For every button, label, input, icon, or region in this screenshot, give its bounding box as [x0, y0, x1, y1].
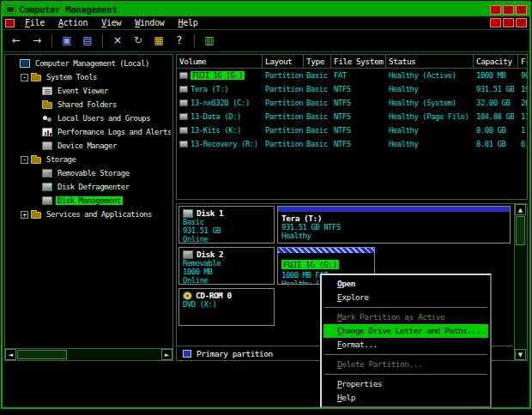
column-header-fr[interactable]: Fr — [518, 55, 528, 69]
disk-type: Removable — [183, 259, 270, 268]
scroll-left-arrow[interactable]: ◄ — [5, 349, 16, 360]
views-icon[interactable]: ▥ — [201, 33, 218, 49]
disk-1-info[interactable]: Disk 1 Basic 931.51 GB Online — [178, 206, 275, 244]
volume-name: 13-nx6320 (C:) — [190, 99, 250, 107]
menu-file[interactable]: File — [18, 16, 51, 29]
scrollbar-thumb[interactable] — [17, 350, 67, 359]
tree-item-computer-management-local[interactable]: Computer Management (Local) — [7, 57, 171, 70]
back-icon[interactable]: ← — [8, 33, 25, 49]
tree-item-disk-defragmenter[interactable]: Disk Defragmenter — [7, 180, 171, 194]
volume-row-fuji-1g-g[interactable]: FUJI 1G (G:)PartitionBasicFATHealthy (Ac… — [177, 69, 527, 82]
cell-file-system: NTFS — [331, 126, 386, 135]
cell-status: Healthy — [386, 85, 474, 93]
tree-item-removable-storage[interactable]: Removable Storage — [7, 166, 171, 180]
maximize-button[interactable]: □ — [503, 5, 514, 15]
refresh-icon[interactable]: ↻ — [130, 33, 147, 49]
menu-item-explore[interactable]: Explore — [323, 291, 488, 304]
help-icon[interactable]: ? — [171, 33, 188, 49]
minimize-button[interactable]: _ — [490, 5, 501, 15]
menu-item-delete-partition: Delete Partition... — [323, 358, 488, 371]
users-icon — [42, 114, 52, 123]
menu-item-open[interactable]: Open — [323, 277, 488, 291]
volume-row-13-nx6320-c[interactable]: 13-nx6320 (C:)PartitionBasicNTFSHealthy … — [177, 96, 527, 110]
menu-help[interactable]: Help — [172, 16, 205, 29]
partition-label: FUJI 1G (G:) — [281, 260, 339, 269]
child-minimize-button[interactable]: _ — [490, 18, 501, 27]
cdrom-info[interactable]: CD-ROM 0 DVD (X:) — [178, 288, 275, 326]
title-bar[interactable]: Computer Management _ □ × — [3, 3, 529, 16]
export-list-icon[interactable]: ▦ — [150, 33, 167, 49]
close-button[interactable]: × — [516, 5, 527, 15]
menu-action[interactable]: Action — [51, 16, 94, 29]
tree-item-performance-logs-and-alerts[interactable]: Performance Logs and Alerts — [7, 125, 171, 139]
disk-2-info[interactable]: Disk 2 Removable 1000 MB Online — [178, 247, 275, 285]
tree-spacer — [32, 101, 39, 109]
tree-item-device-manager[interactable]: Device Manager — [7, 139, 171, 153]
tree-item-label: Local Users and Groups — [56, 114, 152, 123]
column-header-volume[interactable]: Volume — [177, 55, 263, 69]
menu-item-change-drive-letter-and-paths[interactable]: Change Drive Letter and Paths... — [323, 324, 488, 338]
tree-item-shared-folders[interactable]: Shared Folders — [7, 98, 171, 111]
menu-window[interactable]: Window — [128, 16, 171, 29]
disk-size: 931.51 GB — [183, 226, 270, 235]
cell-fr: 26 — [518, 99, 528, 107]
collapse-icon[interactable]: - — [21, 74, 28, 81]
menu-items: FileActionViewWindowHelp — [18, 16, 490, 29]
tree-item-storage[interactable]: -Storage — [7, 153, 171, 166]
column-header-capacity[interactable]: Capacity — [474, 55, 518, 69]
volume-name: FUJI 1G (G:) — [190, 71, 245, 80]
tree-item-system-tools[interactable]: -System Tools — [7, 70, 171, 84]
cell-layout: Partition — [263, 126, 304, 135]
collapse-icon[interactable]: - — [21, 156, 28, 164]
tree-item-label: Disk Management — [56, 196, 123, 205]
volume-icon — [179, 113, 188, 120]
scroll-up-arrow[interactable]: ▲ — [515, 204, 526, 215]
disk-pane-vertical-scrollbar[interactable]: ▲ ▼ — [514, 204, 527, 360]
column-header-file-system[interactable]: File System — [331, 55, 386, 69]
cell-fr: 6. — [518, 140, 528, 148]
volume-list-pane: VolumeLayoutTypeFile SystemStatusCapacit… — [176, 54, 528, 200]
partition-tera[interactable]: Tera (T:) 931.51 GB NTFS Healthy — [277, 206, 511, 244]
forward-icon[interactable]: → — [28, 33, 45, 49]
disk-name: Disk 1 — [196, 208, 223, 218]
volume-icon — [179, 141, 188, 147]
volume-icon — [179, 72, 188, 79]
show-hide-console-tree-icon[interactable]: ▣ — [58, 33, 76, 49]
properties-icon[interactable]: ▤ — [79, 33, 96, 49]
child-restore-button[interactable]: □ — [503, 18, 514, 27]
tree-item-label: Event Viewer — [56, 87, 110, 95]
volume-row-tera-t[interactable]: Tera (T:)PartitionBasicNTFSHealthy931.51… — [177, 82, 527, 96]
column-header-status[interactable]: Status — [386, 55, 474, 69]
column-header-layout[interactable]: Layout — [263, 55, 304, 69]
scrollbar-thumb[interactable] — [516, 216, 525, 245]
expand-icon[interactable]: + — [21, 211, 28, 219]
cell-volume: 13-Kits (K:) — [177, 126, 263, 135]
tree-item-local-users-and-groups[interactable]: Local Users and Groups — [7, 111, 171, 125]
volume-row-13-recovery-r[interactable]: 13-Recovery (R:)PartitionBasicNTFSHealth… — [177, 137, 527, 151]
menu-item-properties[interactable]: Properties — [323, 377, 488, 391]
tree-item-disk-management[interactable]: Disk Management — [7, 194, 171, 208]
disk-name: CD-ROM 0 — [196, 291, 232, 300]
scroll-down-arrow[interactable]: ▼ — [515, 349, 526, 360]
tree-horizontal-scrollbar[interactable]: ◄ ► — [5, 348, 172, 360]
menu-item-format[interactable]: Format... — [323, 338, 488, 352]
menu-view[interactable]: View — [94, 16, 128, 29]
child-close-button[interactable]: × — [516, 18, 527, 27]
cell-type: Basic — [304, 99, 331, 107]
tree-item-event-viewer[interactable]: Event Viewer — [7, 84, 171, 98]
menu-separator — [324, 354, 487, 355]
cell-capacity: 8.01 GB — [474, 140, 518, 148]
volume-list-rows: FUJI 1G (G:)PartitionBasicFATHealthy (Ac… — [177, 69, 527, 151]
partition-color-strip — [278, 207, 510, 213]
legend-label: Primary partition — [196, 349, 273, 358]
menu-item-help[interactable]: Help — [323, 391, 488, 405]
volume-row-13-data-d[interactable]: 13-Data (D:)PartitionBasicNTFSHealthy (P… — [177, 110, 527, 123]
scroll-right-arrow[interactable]: ► — [161, 349, 172, 360]
tree-item-services-and-applications[interactable]: +Services and Applications — [7, 208, 171, 221]
cd-icon — [183, 292, 192, 300]
column-header-type[interactable]: Type — [304, 55, 331, 69]
child-window-controls: _ □ × — [490, 18, 527, 27]
delete-icon[interactable]: × — [109, 33, 126, 49]
volume-row-13-kits-k[interactable]: 13-Kits (K:)PartitionBasicNTFSHealthy8.0… — [177, 123, 527, 137]
volume-name: 13-Recovery (R:) — [190, 140, 258, 148]
